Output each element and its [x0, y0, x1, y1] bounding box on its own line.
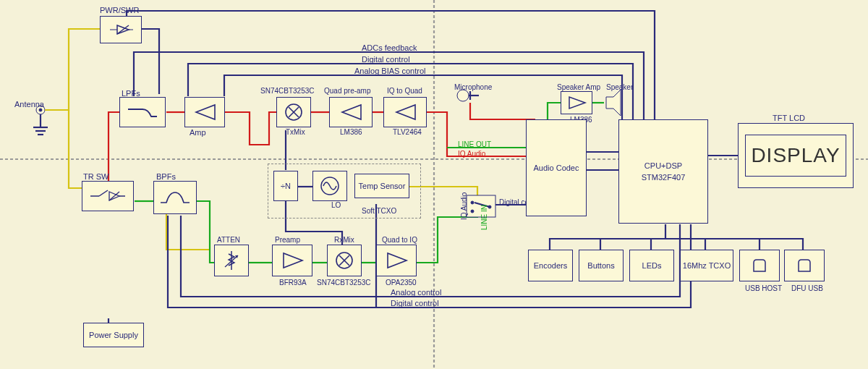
block-bpfs — [153, 181, 197, 214]
label-adcs-feedback: ADCs feedback — [362, 43, 417, 52]
label-tlv2464: TLV2464 — [393, 128, 422, 136]
label-atten: ATTEN — [217, 236, 240, 244]
label-txmix-chip: SN74CBT3253C — [260, 87, 314, 95]
svg-marker-19 — [196, 105, 215, 119]
svg-marker-23 — [342, 105, 361, 119]
label-preamp: Preamp — [275, 236, 300, 244]
cpu-dsp-text: CPU+DSP — [644, 161, 682, 170]
svg-marker-24 — [396, 105, 415, 119]
display-text: DISPLAY — [751, 144, 840, 167]
label-rxmix-chip: SN74CBT3253C — [317, 279, 370, 287]
svg-marker-11 — [606, 90, 621, 116]
block-display-inner: DISPLAY — [745, 135, 846, 177]
label-bpfs: BPFs — [156, 172, 176, 181]
encoders-text: Encoders — [534, 261, 567, 270]
block-16mhz-tcxo: 16Mhz TCXO — [680, 250, 733, 281]
svg-marker-39 — [569, 97, 585, 109]
label-microphone: Microphone — [454, 83, 492, 91]
audio-codec-text: Audio Codec — [534, 164, 579, 172]
block-buttons: Buttons — [579, 250, 624, 281]
tcxo16-text: 16Mhz TCXO — [683, 261, 731, 270]
block-dfu-usb — [784, 250, 825, 281]
label-quad-preamp: Quad pre-amp — [324, 87, 370, 95]
label-lm386-1: LM386 — [340, 128, 362, 136]
label-txmix: TxMix — [286, 128, 305, 136]
label-dfu-usb: DFU USB — [791, 284, 823, 292]
svg-line-18 — [117, 25, 129, 34]
block-speaker-amp — [561, 91, 592, 114]
label-line-out: LINE OUT — [458, 140, 491, 148]
block-encoders: Encoders — [528, 250, 573, 281]
buttons-text: Buttons — [587, 261, 614, 270]
block-quad-preamp — [329, 97, 373, 127]
label-tft-lcd: TFT LCD — [773, 114, 805, 122]
block-preamp — [272, 245, 312, 276]
svg-point-13 — [471, 201, 474, 204]
cpu-dsp-sub: STM32F407 — [642, 173, 686, 182]
label-iq-audio-2: IQ Audio — [460, 192, 468, 220]
svg-line-26 — [99, 190, 108, 196]
block-tr-sw — [82, 181, 134, 211]
block-amp — [184, 97, 225, 127]
label-iq-audio-1: IQ Audio — [458, 150, 485, 158]
block-usb-host — [739, 250, 780, 281]
block-leds: LEDs — [629, 250, 674, 281]
label-digital-bot: Digital control — [391, 299, 439, 308]
svg-point-15 — [488, 205, 491, 208]
svg-point-14 — [471, 210, 474, 213]
label-pwr-swr: PWR/SWR — [100, 6, 139, 14]
label-speaker: Speaker — [606, 83, 633, 91]
label-rxmix: RxMix — [334, 236, 354, 244]
block-lpfs — [119, 97, 166, 127]
label-speaker-amp: Speaker Amp — [557, 83, 600, 91]
block-atten — [214, 245, 249, 276]
label-antenna: Antenna — [14, 100, 44, 109]
block-audio-codec: Audio Codec — [526, 119, 587, 216]
svg-line-28 — [109, 192, 119, 200]
block-rxmix — [327, 245, 362, 276]
block-quad-to-iq — [376, 245, 417, 276]
label-digital-top: Digital control — [362, 55, 410, 64]
block-cpu-dsp: CPU+DSP STM32F407 — [618, 119, 708, 224]
label-analog-bot: Analog control — [391, 288, 441, 297]
label-quad-to-iq: Quad to IQ — [382, 236, 417, 244]
label-opa2350: OPA2350 — [386, 279, 417, 287]
svg-line-16 — [475, 203, 490, 207]
label-usb-host: USB HOST — [745, 284, 782, 292]
power-supply-text: Power Supply — [89, 331, 138, 339]
block-txmix — [276, 97, 311, 127]
svg-point-8 — [457, 90, 469, 101]
svg-rect-12 — [467, 195, 495, 217]
svg-point-2 — [36, 106, 45, 114]
block-iq-to-quad — [383, 97, 427, 127]
svg-point-3 — [39, 109, 42, 111]
label-line-in: LINE IN — [480, 205, 488, 230]
label-iq-to-quad: IQ to Quad — [387, 87, 422, 95]
block-display-outer: DISPLAY — [738, 123, 854, 188]
block-pwr-swr — [100, 16, 142, 43]
block-power-supply: Power Supply — [83, 323, 144, 347]
svg-marker-34 — [284, 253, 302, 268]
label-trsw: TR SW — [83, 172, 109, 181]
label-analog-bias: Analog BIAS control — [354, 67, 425, 75]
soft-tcxo-region — [268, 164, 421, 219]
label-amp: Amp — [190, 128, 206, 137]
svg-marker-38 — [388, 253, 407, 268]
label-bfr93a: BFR93A — [279, 279, 307, 287]
leds-text: LEDs — [642, 261, 662, 270]
